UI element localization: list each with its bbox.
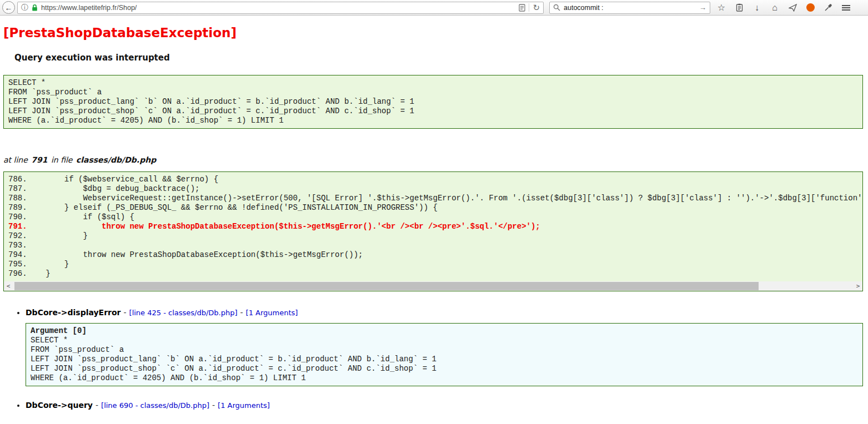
scrollbar-track[interactable] xyxy=(13,281,854,291)
code-text-line: SELECT * xyxy=(31,336,858,345)
stack-file-link[interactable]: [line 690 - classes/db/Db.php] xyxy=(101,401,209,410)
code-line: 788. WebserviceRequest::getInstance()->s… xyxy=(8,194,858,203)
reader-mode-icon[interactable] xyxy=(519,4,525,12)
reload-icon[interactable]: ↻ xyxy=(533,3,540,13)
scroll-left-arrow[interactable]: < xyxy=(4,281,13,291)
stack-args-link[interactable]: [1 Arguments] xyxy=(246,309,298,317)
code-line: 793. xyxy=(8,241,858,250)
stack-frame-2: DbCore->query-[line 690 - classes/db/Db.… xyxy=(26,401,863,410)
code-line: 794. throw new PrestaShopDatabaseExcepti… xyxy=(8,250,858,260)
location-prefix: at line xyxy=(3,155,30,164)
error-location: at line 791 in file classes/db/Db.php xyxy=(3,155,863,164)
search-go-icon[interactable]: → xyxy=(699,3,706,12)
code-text-line: LEFT JOIN `pss_product_shop` `c` ON a.`i… xyxy=(8,107,858,116)
code-line: 796. } xyxy=(8,269,858,279)
code-line: 787. $dbg = debug_backtrace(); xyxy=(8,184,858,194)
home-icon[interactable]: ⌂ xyxy=(766,1,784,15)
code-line: 786. if ($webservice_call && $errno) { xyxy=(8,175,858,184)
code-line: 795. } xyxy=(8,260,858,269)
scrollbar-thumb[interactable] xyxy=(14,282,759,290)
eyedropper-icon[interactable] xyxy=(819,1,837,15)
url-text[interactable]: https://www.lapetitefrip.fr/Shop/ xyxy=(41,4,515,12)
code-text-line: FROM `pss_product` a xyxy=(31,345,858,355)
lock-icon xyxy=(32,4,38,12)
browser-window: ← ⓘ https://www.lapetitefrip.fr/Shop/ ↻ … xyxy=(0,0,868,410)
stack-trace-list: DbCore->displayError-[line 425 - classes… xyxy=(3,308,863,410)
location-line-number: 791 xyxy=(31,155,47,164)
code-text-line: LEFT JOIN `pss_product_lang` `b` ON a.`i… xyxy=(31,355,858,364)
separator: - xyxy=(240,308,243,317)
code-text-line: FROM `pss_product` a xyxy=(8,88,858,97)
argument-box: Argument [0] SELECT *FROM `pss_product` … xyxy=(26,323,863,386)
bookmark-star-icon[interactable]: ☆ xyxy=(713,1,730,15)
code-line: 791. throw new PrestaShopDatabaseExcepti… xyxy=(8,222,858,231)
search-icon[interactable] xyxy=(553,4,560,11)
menu-hamburger-icon[interactable] xyxy=(837,1,855,15)
code-line: 792. } xyxy=(8,231,858,241)
search-bar[interactable]: autocommit : → xyxy=(549,2,710,14)
stack-frame-1: DbCore->displayError-[line 425 - classes… xyxy=(26,308,863,386)
addon-orange-icon[interactable] xyxy=(801,1,819,15)
bookmarks-clipboard-icon[interactable] xyxy=(730,1,748,15)
url-bar[interactable]: ⓘ https://www.lapetitefrip.fr/Shop/ ↻ xyxy=(17,2,544,14)
code-text-line: LEFT JOIN `pss_product_lang` `b` ON a.`i… xyxy=(8,97,858,107)
location-infix: in file xyxy=(48,155,74,164)
code-text-line: LEFT JOIN `pss_product_shop` `c` ON a.`i… xyxy=(31,364,858,373)
downloads-icon[interactable]: ↓ xyxy=(748,1,766,15)
source-code-box: 786. if ($webservice_call && $errno) {78… xyxy=(3,171,863,291)
exception-message: Query execution was interrupted xyxy=(14,53,863,63)
exception-title: [PrestaShopDatabaseException] xyxy=(3,26,863,40)
code-text-line: WHERE (a.`id_product` = 4205) AND (b.`id… xyxy=(31,373,858,383)
separator: - xyxy=(124,308,127,317)
back-button[interactable]: ← xyxy=(2,1,15,14)
browser-toolbar: ← ⓘ https://www.lapetitefrip.fr/Shop/ ↻ … xyxy=(0,0,868,16)
code-text-line: SELECT * xyxy=(8,78,858,88)
source-code-panel: 786. if ($webservice_call && $errno) {78… xyxy=(3,171,863,291)
stack-method: DbCore->displayError xyxy=(26,308,121,317)
separator: - xyxy=(212,401,215,410)
sql-query-box: SELECT *FROM `pss_product` aLEFT JOIN `p… xyxy=(3,75,863,129)
toolbar-buttons: ☆ ↓ ⌂ xyxy=(713,1,855,15)
code-line: 790. if ($sql) { xyxy=(8,213,858,222)
argument-lines: SELECT *FROM `pss_product` aLEFT JOIN `p… xyxy=(31,336,858,383)
back-arrow-icon: ← xyxy=(5,3,13,12)
stack-method: DbCore->query xyxy=(26,401,93,410)
url-bar-divider xyxy=(529,3,529,12)
code-line: 789. } elseif (_PS_DEBUG_SQL_ && $errno … xyxy=(8,203,858,213)
argument-title: Argument [0] xyxy=(31,326,858,336)
search-input[interactable]: autocommit : xyxy=(564,4,696,12)
scroll-right-arrow[interactable]: > xyxy=(854,281,862,291)
stack-file-link[interactable]: [line 425 - classes/db/Db.php] xyxy=(129,309,238,317)
stack-args-link[interactable]: [1 Arguments] xyxy=(218,401,270,410)
page-info-icon[interactable]: ⓘ xyxy=(21,3,28,13)
code-text-line: WHERE (a.`id_product` = 4205) AND (b.`id… xyxy=(8,116,858,125)
location-file: classes/db/Db.php xyxy=(76,155,156,164)
send-icon[interactable] xyxy=(784,1,801,15)
horizontal-scrollbar[interactable]: < > xyxy=(4,281,862,291)
error-page: [PrestaShopDatabaseException] Query exec… xyxy=(0,16,868,410)
separator: - xyxy=(96,401,98,410)
